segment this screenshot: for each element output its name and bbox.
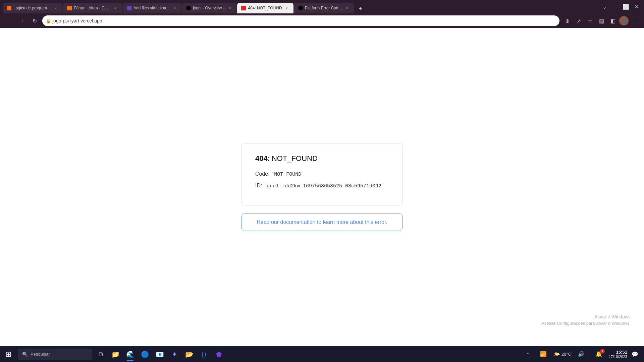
search-icon: 🔍	[22, 352, 28, 357]
tabs-collapse-button[interactable]: ⌄	[600, 2, 609, 11]
lock-icon: 🔒	[46, 18, 51, 23]
tab-favicon-6	[298, 6, 303, 10]
activation-watermark: Ativar o Windows Acesse Configurações pa…	[541, 314, 631, 326]
id-value: `gru1::dd2kw-1697568658525-08c59571d092`	[264, 183, 384, 189]
notification-icon[interactable]: 🔔 1	[591, 347, 606, 362]
error-title: 404: NOT_FOUND	[255, 154, 389, 163]
taskbar-filemanager[interactable]: 📂	[182, 347, 197, 362]
action-center-icon: 💬	[632, 351, 638, 357]
address-input[interactable]	[42, 15, 559, 26]
close-button[interactable]: ✕	[632, 2, 641, 11]
error-card: 404: NOT_FOUND Code: `NOT_FOUND` ID: `gr…	[241, 143, 402, 205]
sidebar-icon[interactable]: ◧	[608, 16, 618, 26]
tab-404-not-found[interactable]: 404: NOT_FOUND ×	[237, 3, 293, 13]
taskbar-app-icons: ⧉ 📁 🌊 🔵 📧 ✦ 📂 ⟨⟩ ⬟	[93, 347, 226, 362]
taskbar: ⊞ 🔍 Pesquisar ⧉ 📁 🌊 🔵 📧 ✦	[0, 346, 644, 362]
taskbar-vscode[interactable]: ⟨⟩	[197, 347, 211, 362]
ai-icon: ✦	[172, 350, 177, 358]
taskbar-mail[interactable]: 📧	[152, 347, 167, 362]
clock-time: 15:51	[609, 350, 627, 355]
taskbar-task-view[interactable]: ⧉	[93, 347, 108, 362]
tab-close-3[interactable]: ×	[172, 5, 177, 11]
window-controls: ⌄ — ⬜ ✕	[600, 2, 641, 11]
taskbar-chrome[interactable]: 🔵	[138, 347, 152, 362]
tab-close-5[interactable]: ×	[284, 5, 289, 11]
taskbar-edge[interactable]: 🌊	[123, 347, 138, 362]
taskbar-file-explorer[interactable]: 📁	[108, 347, 123, 362]
chrome-icon: 🔵	[141, 350, 149, 358]
tab-forum[interactable]: Fórum | Alura - Cu… ×	[63, 3, 122, 13]
taskbar-search[interactable]: 🔍 Pesquisar	[18, 349, 92, 360]
action-center-button[interactable]: 💬	[630, 349, 640, 359]
tab-favicon-4	[186, 6, 191, 10]
doc-link-text: Read our documentation to learn more abo…	[250, 219, 394, 225]
title-bar: Lógica de program… × Fórum | Alura - Cu……	[0, 0, 644, 13]
translate-icon[interactable]: ⊕	[562, 16, 572, 26]
weather-icon: 🌤️	[553, 351, 560, 357]
activation-title: Ativar o Windows	[541, 314, 631, 319]
address-wrap: 🔒	[42, 15, 559, 26]
tab-logica[interactable]: Lógica de program… ×	[3, 3, 62, 13]
tab-favicon-1	[7, 6, 11, 10]
browser-chrome: Lógica de program… × Fórum | Alura - Cu……	[0, 0, 644, 28]
tab-platform-error[interactable]: Platform Error Cod… ×	[294, 3, 354, 13]
db-icon: ⬟	[216, 350, 222, 358]
speaker-icon: 🔊	[578, 351, 585, 357]
taskbar-ai[interactable]: ✦	[167, 347, 182, 362]
start-button[interactable]: ⊞	[0, 346, 17, 362]
reload-button[interactable]: ↻	[30, 16, 40, 26]
tab-close-4[interactable]: ×	[227, 5, 232, 11]
error-code: 404	[255, 154, 268, 163]
toolbar-icons: ⊕ ↗ ☆ ▤ ◧ 👤 ⋮	[562, 16, 640, 26]
chevron-icon: ^	[527, 352, 529, 357]
back-button[interactable]: ←	[4, 16, 14, 26]
tab-close-6[interactable]: ×	[344, 5, 350, 11]
share-icon[interactable]: ↗	[574, 16, 584, 26]
menu-icon[interactable]: ⋮	[630, 16, 640, 26]
filemanager-icon: 📂	[185, 350, 194, 358]
network-icon[interactable]: 📶	[536, 347, 551, 362]
activation-subtitle: Acesse Configurações para ativar o Windo…	[541, 321, 631, 326]
tray-icons: ^ 📶	[521, 347, 551, 362]
error-separator: :	[268, 154, 272, 163]
edge-icon: 🌊	[126, 350, 135, 358]
maximize-button[interactable]: ⬜	[621, 2, 631, 11]
tab-label-1: Lógica de program…	[13, 6, 51, 10]
search-label: Pesquisar	[31, 352, 50, 357]
windows-icon: ⊞	[5, 350, 11, 359]
minimize-button[interactable]: —	[610, 2, 620, 11]
show-hidden-icons[interactable]: ^	[521, 347, 535, 362]
weather-widget[interactable]: 🌤️ 28°C	[553, 351, 571, 357]
collections-icon[interactable]: ▤	[596, 16, 606, 26]
tab-label-4: jogo – Overview –	[193, 6, 225, 10]
clock-date: 17/10/2023	[609, 355, 627, 359]
new-tab-button[interactable]: +	[356, 4, 365, 13]
tab-close-1[interactable]: ×	[53, 5, 58, 11]
taskbar-right: ^ 📶 🌤️ 28°C 🔊 🔔 1 15:51 17/10/2023 💬	[521, 347, 644, 362]
error-id-field: ID: `gru1::dd2kw-1697568658525-08c59571d…	[255, 183, 389, 189]
volume-icon[interactable]: 🔊	[574, 347, 589, 362]
tab-close-2[interactable]: ×	[113, 5, 118, 11]
tab-favicon-5	[241, 6, 246, 10]
tab-label-3: Add files via uploa…	[133, 6, 170, 10]
clock[interactable]: 15:51 17/10/2023	[609, 350, 627, 359]
code-value: `NOT_FOUND`	[271, 172, 304, 177]
page-content: 404: NOT_FOUND Code: `NOT_FOUND` ID: `gr…	[0, 28, 644, 346]
vscode-icon: ⟨⟩	[201, 350, 207, 358]
weather-temp: 28°C	[561, 352, 571, 357]
error-message: NOT_FOUND	[272, 154, 318, 163]
notification-badge: 1	[600, 349, 605, 354]
bookmark-icon[interactable]: ☆	[585, 16, 595, 26]
tab-add-files[interactable]: Add files via uploa… ×	[123, 3, 181, 13]
mail-icon: 📧	[156, 350, 164, 358]
doc-link-box[interactable]: Read our documentation to learn more abo…	[241, 214, 402, 231]
tab-favicon-2	[67, 6, 72, 10]
taskbar-db-icon[interactable]: ⬟	[211, 347, 226, 362]
id-label: ID:	[255, 183, 262, 188]
file-explorer-icon: 📁	[111, 350, 120, 358]
tab-favicon-3	[127, 6, 131, 10]
wifi-icon: 📶	[540, 351, 547, 357]
tab-jogo-overview[interactable]: jogo – Overview – ×	[182, 3, 236, 13]
avatar[interactable]: 👤	[619, 16, 629, 25]
forward-button[interactable]: →	[17, 16, 27, 26]
